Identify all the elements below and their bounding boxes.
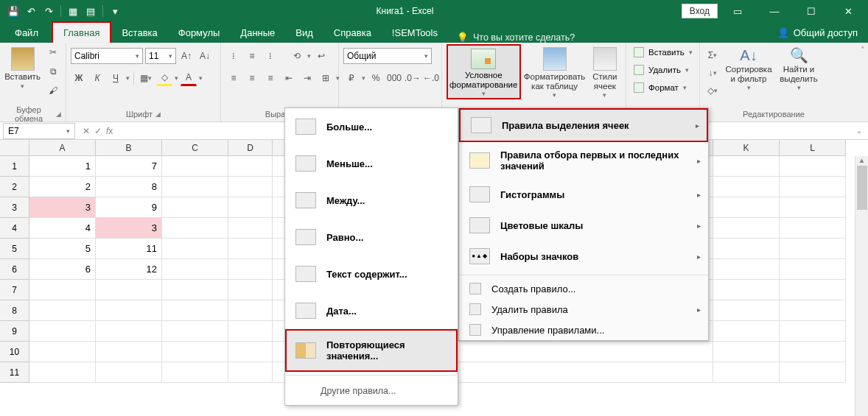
cell[interactable] [780,280,846,300]
cell[interactable] [96,300,162,321]
cell[interactable] [780,239,846,259]
sort-filter-button[interactable]: A↓ Сортировка и фильтр▾ [725,44,772,92]
menu-manage-rules[interactable]: Управление правилами... [459,320,708,340]
redo-icon[interactable]: ↷ [41,4,56,18]
cell[interactable] [780,300,846,321]
row-header[interactable]: 4 [0,218,29,239]
cell[interactable]: 2 [29,177,96,197]
copy-icon[interactable]: ⧉ [45,63,61,80]
format-cells-button[interactable]: Формат▾ [631,80,696,96]
share-button[interactable]: 👤 Общий доступ [767,23,868,43]
fill-color-icon[interactable]: ◇ [156,70,172,86]
expand-formula-bar-icon[interactable]: ⌄ [850,127,868,135]
collapse-ribbon-icon[interactable]: ˄ [861,46,865,55]
row-header[interactable]: 2 [0,177,29,197]
row-header[interactable]: 3 [0,197,29,218]
cell[interactable] [780,218,846,239]
cell[interactable] [780,156,846,177]
column-header[interactable]: K [713,140,780,156]
decrease-indent-icon[interactable]: ⇤ [281,70,297,86]
find-select-button[interactable]: 🔍 Найти и выделить▾ [777,44,821,92]
menu-equal-to[interactable]: Равно... [285,219,458,255]
cell[interactable] [713,280,780,300]
cell[interactable] [29,280,96,300]
column-header[interactable]: L [780,140,846,156]
merge-cells-icon[interactable]: ⊞ [318,70,334,86]
cell[interactable] [228,300,273,321]
menu-top-bottom-rules[interactable]: Правила отбора первых и последних значен… [459,142,708,179]
enter-formula-icon[interactable]: ✓ [94,126,102,136]
cell[interactable] [228,280,273,300]
cell[interactable] [96,342,162,362]
qat-custom1-icon[interactable]: ▦ [66,4,80,18]
font-name-combo[interactable]: Calibri▾ [71,48,143,64]
decrease-decimal-icon[interactable]: ←.0 [423,70,439,86]
row-header[interactable]: 7 [0,280,29,300]
cell[interactable] [228,197,273,218]
cell[interactable] [780,177,846,197]
qat-custom2-icon[interactable]: ▤ [83,4,98,18]
row-header[interactable]: 5 [0,239,29,259]
tab-view[interactable]: Вид [285,23,323,43]
comma-format-icon[interactable]: 000 [386,70,402,86]
cell[interactable] [228,342,273,362]
cell[interactable] [162,197,228,218]
tell-me-search[interactable]: 💡 Что вы хотите сделать? [448,32,584,43]
cell[interactable] [228,177,273,197]
cell[interactable] [29,362,96,383]
cell[interactable] [162,218,228,239]
cell[interactable] [713,321,780,342]
cell[interactable] [713,362,780,383]
minimize-icon[interactable]: — [757,0,791,22]
align-middle-icon[interactable]: ≡ [244,48,260,64]
column-header[interactable]: D [228,140,273,156]
borders-icon[interactable]: ▦▾ [138,70,154,86]
align-bottom-icon[interactable]: ⫶ [262,48,279,64]
save-icon[interactable]: 💾 [6,4,21,18]
tab-file[interactable]: Файл [4,23,49,43]
cell[interactable] [713,342,780,362]
cell[interactable]: 5 [29,239,96,259]
cell[interactable]: 12 [96,259,162,280]
tab-formulas[interactable]: Формулы [168,23,231,43]
cell[interactable] [713,239,780,259]
cell[interactable] [713,218,780,239]
cell[interactable] [713,156,780,177]
accounting-format-icon[interactable]: ₽ [343,70,360,86]
delete-cells-button[interactable]: Удалить▾ [631,62,696,78]
cell[interactable] [780,321,846,342]
align-left-icon[interactable]: ≡ [225,70,242,86]
tab-insert[interactable]: Вставка [111,23,167,43]
cell[interactable] [162,342,228,362]
cell[interactable] [228,259,273,280]
row-header[interactable]: 8 [0,300,29,321]
cell[interactable]: 4 [29,218,96,239]
align-right-icon[interactable]: ≡ [262,70,279,86]
cell[interactable] [162,300,228,321]
conditional-formatting-button[interactable]: Условное форматирование▾ [447,44,521,99]
align-top-icon[interactable]: ⫶ [225,48,242,64]
menu-more-rules[interactable]: Другие правила... [285,378,458,405]
cell[interactable] [162,177,228,197]
menu-highlight-cells-rules[interactable]: Правила выделения ячеек ▸ [459,108,708,142]
increase-indent-icon[interactable]: ⇥ [299,70,315,86]
italic-button[interactable]: К [89,70,105,86]
font-color-icon[interactable]: A [181,70,197,86]
cell[interactable] [228,321,273,342]
cell[interactable] [228,218,273,239]
cancel-formula-icon[interactable]: ✕ [83,126,90,136]
cell[interactable] [780,342,846,362]
menu-clear-rules[interactable]: Удалить правила ▸ [459,299,708,320]
wrap-text-icon[interactable]: ↩ [313,48,329,64]
font-size-combo[interactable]: 11▾ [145,48,176,64]
select-all-button[interactable] [0,140,29,156]
cell[interactable] [96,321,162,342]
cell[interactable]: 3 [29,197,96,218]
name-box[interactable]: E7▾ [3,123,75,139]
menu-text-contains[interactable]: Текст содержит... [285,255,458,292]
menu-icon-sets[interactable]: Наборы значков ▸ [459,241,708,272]
column-header[interactable]: B [96,140,162,156]
tab-semtools[interactable]: !SEMTools [382,23,448,43]
cell[interactable] [29,342,96,362]
tab-help[interactable]: Справка [323,23,382,43]
